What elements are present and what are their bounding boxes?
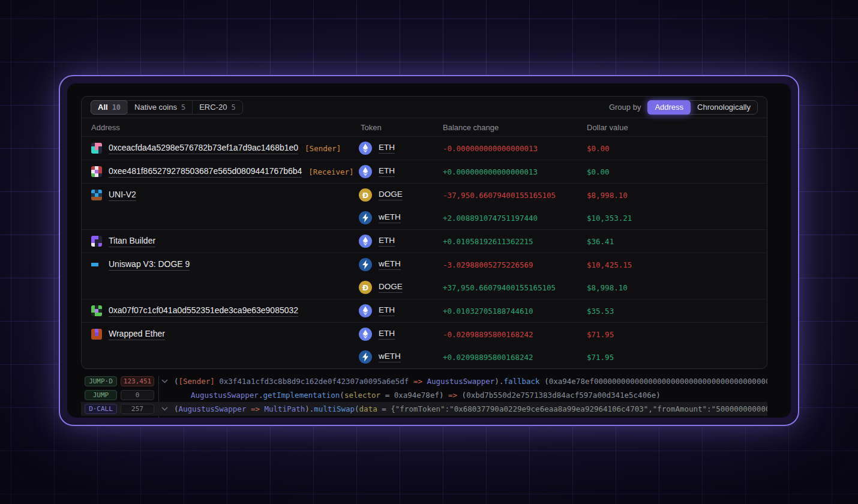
gas-count-badge: 0 bbox=[121, 390, 154, 400]
chevron-down-icon[interactable] bbox=[161, 379, 169, 383]
dollar-value: $0.00 bbox=[587, 167, 767, 176]
table-body: 0xceacfda4a5298e576782b73ef1a7d9ac1468b1… bbox=[82, 137, 767, 368]
trace-rows: JUMP·D 123,451 ([Sender] 0x3f41a1cfd3c8b… bbox=[81, 374, 767, 418]
svg-text:Đ: Đ bbox=[362, 283, 368, 292]
token-label[interactable]: ETH bbox=[379, 329, 395, 340]
token-label[interactable]: wETH bbox=[379, 259, 401, 270]
token-label[interactable]: ETH bbox=[379, 143, 395, 154]
chevron-down-icon[interactable] bbox=[161, 407, 169, 411]
eth-icon bbox=[359, 235, 372, 248]
eth-icon bbox=[359, 328, 372, 341]
token-label[interactable]: DOGE bbox=[379, 282, 403, 293]
token-entries: ETH -0.02098895800168242 $71.95 wETH +0.… bbox=[359, 323, 767, 368]
token-entry-row: wETH -3.02988005275226569 $10,425.15 bbox=[359, 253, 767, 276]
table-header-row: Address Token Balance change Dollar valu… bbox=[82, 118, 767, 137]
address-tag: [Receiver] bbox=[308, 167, 353, 176]
token-label[interactable]: ETH bbox=[379, 305, 395, 316]
address-link[interactable]: Uniswap V3: DOGE 9 bbox=[109, 259, 190, 271]
address-avatar bbox=[91, 143, 102, 154]
group-by-label: Group by bbox=[609, 103, 641, 112]
token-entries: ETH +0.000000000000000013 $0.00 bbox=[359, 160, 767, 183]
token-label[interactable]: ETH bbox=[379, 236, 395, 247]
svg-text:Đ: Đ bbox=[362, 191, 368, 200]
balance-change-value: +37,950.66079400155165105 bbox=[443, 283, 587, 292]
token-label[interactable]: DOGE bbox=[379, 190, 403, 200]
gas-count-badge: 257 bbox=[121, 404, 154, 414]
address-link[interactable]: Titan Builder bbox=[109, 236, 155, 247]
tab-native-coins-count: 5 bbox=[181, 103, 185, 112]
address-link[interactable]: 0xee481f865279278503687e565d0809441767b6… bbox=[109, 166, 302, 178]
token-entry-row: ETH +0.01058192611362215 $36.41 bbox=[359, 230, 767, 253]
address-avatar bbox=[91, 329, 102, 340]
token-cell: ETH bbox=[359, 165, 443, 178]
filter-tab-group: All 10 Native coins 5 ERC-20 5 bbox=[91, 100, 243, 115]
balance-change-value: -37,950.66079400155165105 bbox=[443, 191, 587, 200]
balance-change-value: -0.02098895800168242 bbox=[443, 330, 587, 339]
token-entries: wETH -3.02988005275226569 $10,425.15 Đ D… bbox=[359, 253, 767, 299]
address-avatar bbox=[91, 166, 102, 177]
group-by-address-button[interactable]: Address bbox=[647, 100, 691, 115]
token-entry-row: ETH -0.02098895800168242 $71.95 bbox=[359, 323, 767, 346]
trace-row[interactable]: JUMP 0 AugustusSwapper.getImplementation… bbox=[81, 388, 767, 402]
inner-panel: All 10 Native coins 5 ERC-20 5 bbox=[67, 83, 791, 418]
balance-change-value: +0.01058192611362215 bbox=[443, 237, 587, 246]
token-cell: wETH bbox=[359, 350, 443, 364]
address-group-row: 0xa07f07c1cf041a0d552351ede3ca9e63e90850… bbox=[82, 299, 767, 323]
address-group-row: 0xceacfda4a5298e576782b73ef1a7d9ac1468b1… bbox=[82, 137, 767, 160]
address-avatar bbox=[91, 259, 102, 270]
address-link[interactable]: 0xa07f07c1cf041a0d552351ede3ca9e63e90850… bbox=[109, 305, 298, 317]
token-cell: ETH bbox=[359, 142, 443, 155]
address-link[interactable]: 0xceacfda4a5298e576782b73ef1a7d9ac1468b1… bbox=[109, 143, 298, 154]
tab-native-coins[interactable]: Native coins 5 bbox=[128, 100, 192, 115]
token-cell: wETH bbox=[359, 211, 443, 224]
address-group-row: UNI-V2 Đ DOGE -37,950.66079400155165105 … bbox=[82, 184, 767, 230]
column-header-token: Token bbox=[359, 123, 443, 132]
dollar-value: $71.95 bbox=[587, 330, 767, 339]
token-entry-row: ETH +0.01032705188744610 $35.53 bbox=[359, 299, 767, 322]
address-avatar bbox=[91, 305, 102, 316]
dollar-value: $36.41 bbox=[587, 237, 767, 246]
eth-icon bbox=[359, 165, 372, 178]
trace-row[interactable]: D·CALL 257 (AugustusSwapper => MultiPath… bbox=[81, 402, 767, 416]
token-label[interactable]: ETH bbox=[379, 166, 395, 177]
trace-row[interactable] bbox=[81, 416, 767, 418]
weth-icon bbox=[359, 211, 372, 224]
address-link[interactable]: Wrapped Ether bbox=[109, 329, 165, 340]
token-label[interactable]: wETH bbox=[379, 212, 401, 223]
token-label[interactable]: wETH bbox=[379, 352, 401, 362]
token-entries: ETH +0.01058192611362215 $36.41 bbox=[359, 230, 767, 253]
trace-code-line: AugustusSwapper.getImplementation(select… bbox=[174, 391, 767, 400]
tab-all-label: All bbox=[98, 103, 108, 112]
column-header-balance-change: Balance change bbox=[443, 123, 587, 132]
dollar-value: $10,353.21 bbox=[587, 214, 767, 223]
tab-erc20[interactable]: ERC-20 5 bbox=[193, 100, 242, 115]
opcode-badge: JUMP·D bbox=[85, 376, 117, 386]
eth-icon bbox=[359, 142, 372, 155]
column-header-dollar-value: Dollar value bbox=[587, 123, 767, 132]
dollar-value: $8,998.10 bbox=[587, 283, 767, 292]
address-cell: 0xa07f07c1cf041a0d552351ede3ca9e63e90850… bbox=[82, 299, 359, 322]
trace-code-line: (AugustusSwapper => MultiPath).multiSwap… bbox=[174, 404, 767, 413]
tab-erc20-count: 5 bbox=[231, 103, 235, 112]
page-background: All 10 Native coins 5 ERC-20 5 bbox=[0, 0, 858, 504]
group-by-control: Group by Address Chronologically bbox=[609, 100, 758, 115]
address-tag: [Sender] bbox=[305, 144, 341, 153]
address-group-row: Wrapped Ether ETH -0.02098895800168242 $… bbox=[82, 323, 767, 368]
address-cell: Uniswap V3: DOGE 9 bbox=[82, 253, 359, 276]
column-header-address: Address bbox=[82, 123, 359, 132]
trace-row[interactable]: JUMP·D 123,451 ([Sender] 0x3f41a1cfd3c8b… bbox=[81, 374, 767, 388]
tab-erc20-label: ERC-20 bbox=[199, 103, 227, 112]
doge-icon: Đ bbox=[359, 188, 372, 202]
weth-icon bbox=[359, 258, 372, 271]
call-trace-panel: JUMP·D 123,451 ([Sender] 0x3f41a1cfd3c8b… bbox=[81, 374, 767, 418]
balance-change-value: +0.02098895800168242 bbox=[443, 353, 587, 362]
address-cell: Wrapped Ether bbox=[82, 323, 359, 346]
address-link[interactable]: UNI-V2 bbox=[109, 190, 136, 201]
address-cell: 0xee481f865279278503687e565d0809441767b6… bbox=[82, 160, 359, 183]
group-by-chronологically-button[interactable]: Chronologically bbox=[691, 103, 757, 112]
token-cell: ETH bbox=[359, 328, 443, 341]
token-cell: ETH bbox=[359, 235, 443, 248]
dollar-value: $0.00 bbox=[587, 144, 767, 153]
address-group-row: Titan Builder ETH +0.01058192611362215 $… bbox=[82, 230, 767, 253]
tab-all[interactable]: All 10 bbox=[91, 100, 128, 115]
